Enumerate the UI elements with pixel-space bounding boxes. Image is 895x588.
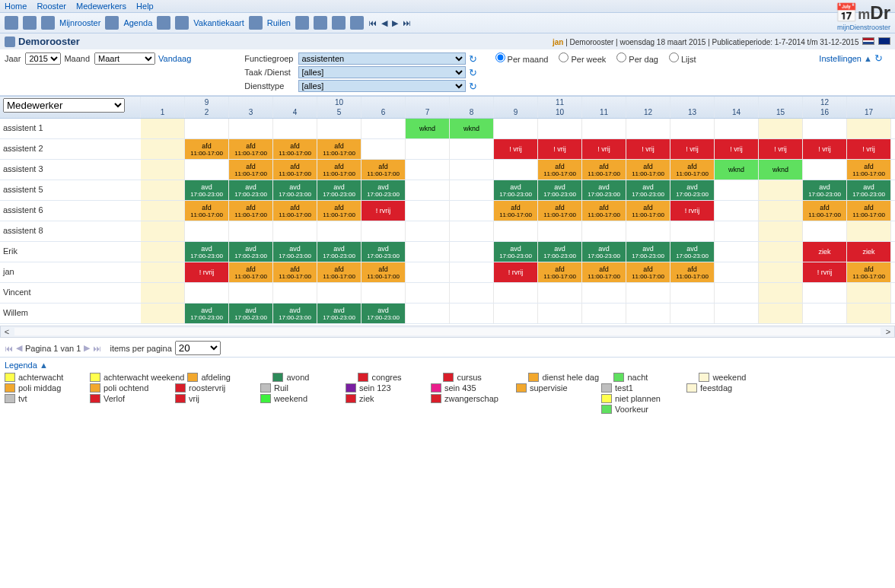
schedule-cell[interactable]: avd17:00-23:00 bbox=[185, 242, 229, 262]
schedule-cell[interactable]: afd11:00-17:00 bbox=[803, 201, 847, 221]
schedule-cell[interactable]: avd17:00-23:00 bbox=[273, 304, 317, 323]
schedule-cell[interactable] bbox=[803, 221, 847, 241]
export-icon[interactable] bbox=[332, 16, 346, 30]
schedule-cell[interactable] bbox=[362, 283, 406, 303]
schedule-cell[interactable] bbox=[847, 304, 891, 323]
schedule-cell[interactable] bbox=[803, 283, 847, 303]
schedule-cell[interactable]: ! vrij bbox=[582, 139, 626, 159]
schedule-cell[interactable] bbox=[715, 180, 759, 200]
schedule-cell[interactable] bbox=[273, 221, 317, 241]
schedule-cell[interactable] bbox=[406, 221, 450, 241]
schedule-cell[interactable]: avd17:00-23:00 bbox=[229, 180, 273, 200]
ruilen-link[interactable]: Ruilen bbox=[267, 18, 291, 27]
menu-rooster[interactable]: Rooster bbox=[37, 2, 66, 11]
schedule-cell[interactable] bbox=[670, 119, 715, 138]
schedule-cell[interactable] bbox=[538, 283, 582, 303]
schedule-cell[interactable]: afd11:00-17:00 bbox=[317, 262, 362, 282]
schedule-cell[interactable] bbox=[759, 119, 803, 138]
collapse-icon[interactable]: ▲ bbox=[864, 54, 872, 63]
schedule-cell[interactable]: afd11:00-17:00 bbox=[273, 139, 317, 159]
schedule-cell[interactable] bbox=[715, 283, 759, 303]
refresh-icon[interactable] bbox=[314, 16, 327, 30]
schedule-cell[interactable]: afd11:00-17:00 bbox=[273, 201, 317, 221]
schedule-cell[interactable] bbox=[626, 221, 670, 241]
vakantiekaart-link[interactable]: Vakantiekaart bbox=[193, 18, 244, 27]
vandaag-link[interactable]: Vandaag bbox=[158, 54, 191, 63]
schedule-cell[interactable]: avd17:00-23:00 bbox=[273, 242, 317, 262]
schedule-cell[interactable] bbox=[450, 242, 494, 262]
schedule-cell[interactable] bbox=[141, 262, 185, 282]
schedule-cell[interactable]: afd11:00-17:00 bbox=[626, 262, 670, 282]
functiegroep-select[interactable]: assistenten bbox=[298, 52, 466, 65]
schedule-cell[interactable]: afd11:00-17:00 bbox=[362, 262, 406, 282]
schedule-cell[interactable] bbox=[803, 119, 847, 138]
radio-per-week[interactable]: Per week bbox=[559, 52, 606, 64]
schedule-cell[interactable]: avd17:00-23:00 bbox=[803, 180, 847, 200]
schedule-cell[interactable] bbox=[141, 201, 185, 221]
schedule-cell[interactable] bbox=[670, 304, 715, 323]
schedule-cell[interactable]: ! rvrij bbox=[362, 201, 406, 221]
schedule-cell[interactable] bbox=[759, 262, 803, 282]
schedule-cell[interactable] bbox=[362, 119, 406, 138]
scroll-left-icon[interactable]: < bbox=[1, 327, 13, 336]
grid-icon[interactable] bbox=[105, 16, 119, 30]
radio-per-dag[interactable]: Per dag bbox=[616, 52, 658, 64]
schedule-cell[interactable] bbox=[538, 304, 582, 323]
schedule-cell[interactable]: ! vrij bbox=[803, 139, 847, 159]
schedule-cell[interactable]: afd11:00-17:00 bbox=[229, 160, 273, 180]
schedule-cell[interactable] bbox=[626, 304, 670, 323]
schedule-cell[interactable] bbox=[141, 139, 185, 159]
schedule-cell[interactable] bbox=[715, 119, 759, 138]
schedule-cell[interactable]: avd17:00-23:00 bbox=[582, 180, 626, 200]
schedule-cell[interactable]: afd11:00-17:00 bbox=[538, 201, 582, 221]
schedule-cell[interactable] bbox=[803, 304, 847, 323]
mijnrooster-link[interactable]: Mijnrooster bbox=[59, 18, 100, 27]
swap-icon[interactable] bbox=[249, 16, 263, 30]
schedule-cell[interactable] bbox=[406, 139, 450, 159]
menu-home[interactable]: Home bbox=[5, 2, 27, 11]
schedule-cell[interactable]: avd17:00-23:00 bbox=[670, 242, 715, 262]
schedule-cell[interactable]: ! rvrij bbox=[670, 201, 715, 221]
schedule-cell[interactable] bbox=[450, 180, 494, 200]
schedule-cell[interactable] bbox=[406, 201, 450, 221]
refresh-taak-icon[interactable]: ↻ bbox=[469, 67, 477, 78]
pager-first-icon[interactable]: ⏮ bbox=[5, 344, 13, 353]
schedule-cell[interactable]: avd17:00-23:00 bbox=[494, 180, 538, 200]
schedule-cell[interactable]: afd11:00-17:00 bbox=[494, 201, 538, 221]
schedule-cell[interactable] bbox=[847, 119, 891, 138]
schedule-cell[interactable] bbox=[450, 262, 494, 282]
schedule-cell[interactable] bbox=[494, 160, 538, 180]
schedule-cell[interactable]: avd17:00-23:00 bbox=[317, 242, 362, 262]
schedule-cell[interactable] bbox=[406, 262, 450, 282]
schedule-cell[interactable]: ! vrij bbox=[847, 139, 891, 159]
schedule-cell[interactable]: afd11:00-17:00 bbox=[185, 139, 229, 159]
schedule-cell[interactable] bbox=[229, 119, 273, 138]
schedule-cell[interactable] bbox=[185, 283, 229, 303]
schedule-cell[interactable] bbox=[494, 304, 538, 323]
schedule-cell[interactable]: afd11:00-17:00 bbox=[670, 160, 715, 180]
schedule-cell[interactable] bbox=[450, 201, 494, 221]
schedule-cell[interactable] bbox=[715, 221, 759, 241]
schedule-cell[interactable] bbox=[538, 119, 582, 138]
schedule-cell[interactable] bbox=[450, 139, 494, 159]
schedule-cell[interactable] bbox=[273, 283, 317, 303]
schedule-cell[interactable]: ! rvrij bbox=[494, 262, 538, 282]
schedule-cell[interactable] bbox=[715, 304, 759, 323]
schedule-cell[interactable]: avd17:00-23:00 bbox=[626, 242, 670, 262]
schedule-cell[interactable] bbox=[141, 304, 185, 323]
nav-last-icon[interactable]: ⏭ bbox=[403, 18, 411, 27]
schedule-cell[interactable]: ! vrij bbox=[626, 139, 670, 159]
excel-icon[interactable] bbox=[350, 16, 364, 30]
schedule-cell[interactable] bbox=[141, 180, 185, 200]
schedule-cell[interactable]: avd17:00-23:00 bbox=[362, 180, 406, 200]
schedule-cell[interactable]: ziek bbox=[803, 242, 847, 262]
nav-prev-icon[interactable]: ◀ bbox=[381, 18, 387, 28]
schedule-cell[interactable] bbox=[229, 283, 273, 303]
items-per-page-select[interactable]: 20 bbox=[175, 341, 221, 355]
refresh-all-icon[interactable]: ↻ bbox=[874, 52, 883, 64]
schedule-cell[interactable]: afd11:00-17:00 bbox=[229, 262, 273, 282]
refresh-functiegroep-icon[interactable]: ↻ bbox=[469, 53, 477, 65]
schedule-cell[interactable]: avd17:00-23:00 bbox=[626, 180, 670, 200]
medewerker-select[interactable]: Medewerker bbox=[3, 98, 125, 113]
schedule-cell[interactable]: avd17:00-23:00 bbox=[229, 304, 273, 323]
